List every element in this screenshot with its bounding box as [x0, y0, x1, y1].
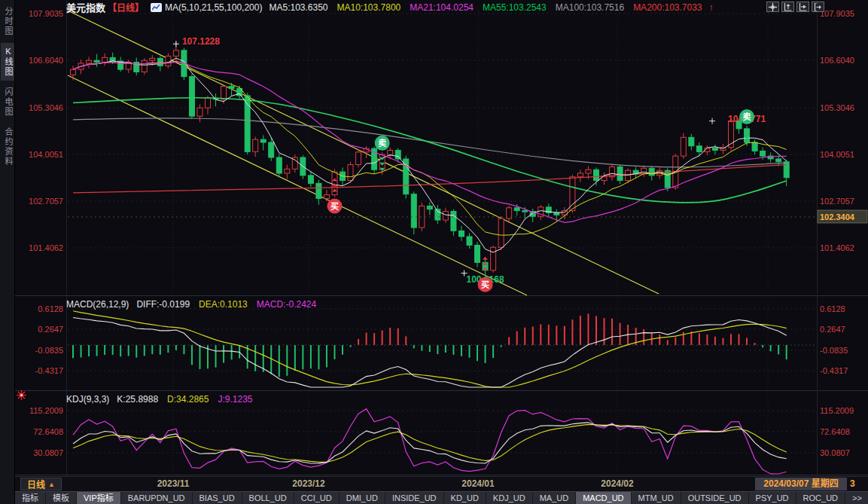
kdj-values: K:25.8988D:34.2865J:9.1235 — [117, 394, 252, 405]
svg-text:107.9035: 107.9035 — [29, 9, 63, 18]
date-label: 2023/11 — [157, 478, 190, 489]
indicator-value-label: D:34.2865 — [167, 394, 209, 405]
triangle-up-icon: ▲ — [48, 481, 55, 488]
svg-text:104.0051: 104.0051 — [29, 150, 63, 159]
svg-text:买: 买 — [481, 280, 489, 289]
sidebar-item-分时图[interactable]: 分时图 — [1, 3, 14, 40]
svg-text:101.4062: 101.4062 — [29, 243, 63, 252]
date-suffix: 3 — [850, 478, 855, 489]
svg-text:115.2009: 115.2009 — [820, 406, 854, 415]
date-label: 2024/02 — [601, 478, 633, 489]
svg-text:105.3046: 105.3046 — [29, 103, 63, 112]
svg-text:30.0807: 30.0807 — [820, 448, 850, 457]
symbol-title: 美元指数 — [66, 0, 105, 14]
ma-value-label: MA21:104.0254 — [410, 2, 474, 13]
date-label: 2023/12 — [292, 478, 324, 489]
svg-text:72.6408: 72.6408 — [820, 427, 850, 436]
svg-text:-0.0835: -0.0835 — [35, 346, 63, 355]
chart-canvas[interactable]: 107.9035107.9035106.6040106.6040105.3046… — [0, 0, 868, 476]
macd-title: MACD(26,12,9) — [66, 299, 129, 310]
kdj-panel-title: KDJ(9,3,3) K:25.8988D:34.2865J:9.1235 — [66, 394, 253, 405]
toolbar-item-psy_ud[interactable]: PSY_UD — [749, 492, 796, 504]
toolbar-item-inside_ud[interactable]: INSIDE_UD — [385, 492, 444, 504]
ma-value-label: MA100:103.7516 — [556, 2, 624, 13]
toolbar-item-[interactable]: 指标 — [15, 492, 46, 504]
ma-value-label: MA5:103.6350 — [269, 2, 327, 13]
ma-group-label: MA(5,10,21,55,100,200) — [165, 2, 262, 13]
svg-text:-0.4317: -0.4317 — [35, 366, 63, 375]
ma-values: MA5:103.6350MA10:103.7800MA21:104.0254MA… — [269, 2, 702, 13]
toolbar-item-kdj_ud[interactable]: KDJ_UD — [486, 492, 533, 504]
period-label: 日线 — [27, 478, 45, 490]
indicator-chart-icon[interactable] — [151, 3, 162, 12]
svg-text:106.6040: 106.6040 — [820, 56, 854, 65]
macd-panel-title: MACD(26,12,9) DIFF:-0.0199DEA:0.1013MACD… — [66, 299, 316, 310]
axis-scale-right-icon[interactable] — [796, 2, 809, 12]
toolbar-item-boll_ud[interactable]: BOLL_UD — [242, 492, 294, 504]
svg-text:0.2647: 0.2647 — [38, 325, 63, 334]
svg-text:115.2009: 115.2009 — [29, 406, 63, 415]
panel-exit-icon[interactable] — [812, 2, 824, 12]
sidebar-item-合约资料[interactable]: 合约资料 — [1, 124, 14, 170]
date-label: 2024/01 — [461, 478, 494, 489]
period-tag: 【日线】 — [108, 1, 144, 14]
svg-text:0.2647: 0.2647 — [820, 325, 845, 334]
sidebar-item-闪电图[interactable]: 闪电图 — [1, 84, 14, 121]
period-selector-button[interactable]: 日线 ▲ — [20, 478, 62, 490]
sidebar-item-K线图[interactable]: K线图 — [1, 43, 14, 81]
left-sidebar: 分时图K线图闪电图合约资料 — [0, 0, 15, 504]
svg-text:30.0807: 30.0807 — [33, 448, 63, 457]
toolbar-item-vip[interactable]: VIP指标 — [77, 492, 121, 504]
date-axis-row: 日线 ▲ 2024/03/07 星期四 3 2023/112023/122024… — [15, 476, 868, 491]
toolbar-item-cci_ud[interactable]: CCI_UD — [294, 492, 340, 504]
chart-header: 美元指数 【日线】 MA(5,10,21,55,100,200) MA5:103… — [66, 1, 714, 14]
axis-scale-up-icon[interactable] — [781, 2, 794, 12]
toolbar-item-dmi_ud[interactable]: DMI_UD — [340, 492, 385, 504]
toolbar-item-barupdn_ud[interactable]: BARUPDN_UD — [121, 492, 193, 504]
ma-value-label: MA200:103.7033 — [633, 2, 702, 13]
toolbar-item->>[interactable]: >> — [845, 492, 868, 504]
toolbar-item-macd_ud[interactable]: MACD_UD — [576, 492, 631, 504]
svg-text:105.3046: 105.3046 — [820, 103, 854, 112]
ma-value-label: MA10:103.7800 — [337, 2, 401, 13]
svg-text:-0.4317: -0.4317 — [820, 366, 848, 375]
macd-values: DIFF:-0.0199DEA:0.1013MACD:-0.2424 — [136, 299, 316, 310]
alert-icon[interactable] — [16, 389, 27, 404]
svg-text:卖: 卖 — [378, 138, 386, 148]
current-date-highlight: 2024/03/07 星期四 — [755, 478, 847, 490]
svg-text:107.1228: 107.1228 — [182, 36, 220, 47]
indicator-value-label: DEA:0.1013 — [199, 299, 248, 310]
trend-up-arrow-icon: ↑ — [709, 2, 714, 13]
window-buttons — [766, 2, 824, 12]
svg-text:0.6128: 0.6128 — [820, 304, 845, 313]
svg-text:106.6040: 106.6040 — [29, 56, 63, 65]
svg-text:102.7057: 102.7057 — [29, 197, 63, 206]
svg-text:107.9035: 107.9035 — [820, 9, 854, 18]
toolbar-item-kd_ud[interactable]: KD_UD — [444, 492, 486, 504]
toolbar-item-bias_ud[interactable]: BIAS_UD — [193, 492, 242, 504]
ma-value-label: MA55:103.2543 — [483, 2, 547, 13]
indicator-toolbar: 指标模板VIP指标BARUPDN_UDBIAS_UDBOLL_UDCCI_UDD… — [15, 491, 868, 504]
toolbar-item-outside_ud[interactable]: OUTSIDE_UD — [681, 492, 749, 504]
toolbar-item-[interactable]: 模板 — [46, 492, 77, 504]
toolbar-item-ma_ud[interactable]: MA_UD — [533, 492, 577, 504]
svg-text:102.7057: 102.7057 — [820, 197, 854, 206]
svg-text:104.0051: 104.0051 — [820, 150, 854, 159]
indicator-value-label: J:9.1235 — [218, 394, 252, 405]
svg-text:卖: 卖 — [743, 111, 751, 121]
toolbar-item-roc_ud[interactable]: ROC_UD — [796, 492, 845, 504]
svg-text:72.6408: 72.6408 — [33, 427, 63, 436]
svg-text:-0.0835: -0.0835 — [820, 346, 848, 355]
indicator-value-label: DIFF:-0.0199 — [136, 299, 190, 310]
move-icon[interactable] — [766, 2, 779, 12]
indicator-value-label: MACD:-0.2424 — [257, 299, 316, 310]
kdj-title: KDJ(9,3,3) — [66, 394, 109, 405]
svg-text:101.4062: 101.4062 — [820, 243, 854, 252]
indicator-value-label: K:25.8988 — [117, 394, 158, 405]
toolbar-item-mtm_ud[interactable]: MTM_UD — [632, 492, 681, 504]
svg-text:102.3404: 102.3404 — [820, 212, 855, 221]
svg-text:0.6128: 0.6128 — [38, 304, 63, 313]
svg-text:买: 买 — [330, 202, 339, 211]
